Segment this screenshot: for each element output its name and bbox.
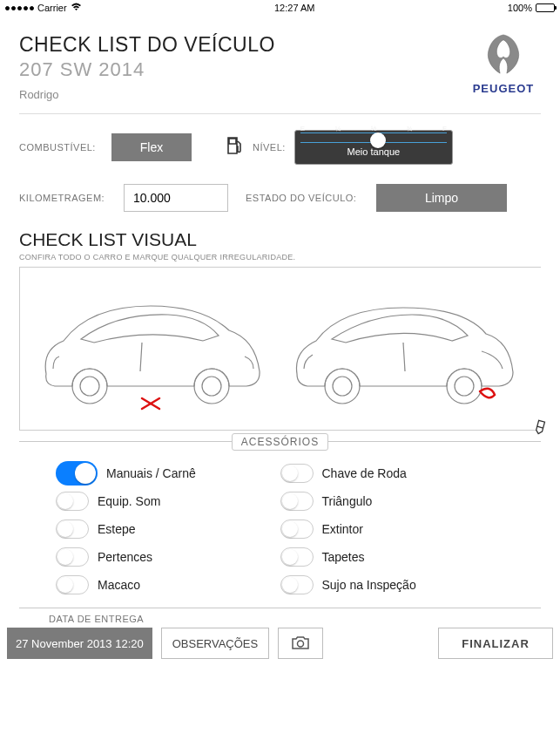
svg-point-6 [447,369,482,404]
signal-icon [5,6,34,10]
estado-button[interactable]: Limpo [376,184,507,212]
fuel-type-button[interactable]: Flex [111,133,192,161]
brand-logo: PEUGEOT [466,33,541,95]
divider [19,608,541,608]
battery-percent: 100% [508,3,532,13]
fuel-label: COMBUSTÍVEL: [19,142,103,153]
brand-name: PEUGEOT [466,82,541,95]
car-diagram-canvas[interactable] [19,267,541,431]
fuel-gauge[interactable]: E ¼ ½ ¾ F Meio tanque [294,130,453,165]
car-front-view [281,289,525,411]
toggle-pertences[interactable] [56,547,89,567]
status-time: 12:27 AM [274,3,314,13]
fuel-level-text: Meio tanque [300,146,447,157]
toggle-sujo[interactable] [280,575,314,594]
toggle-manuais[interactable] [56,461,98,486]
car-rear-view [29,289,273,411]
battery-icon [536,3,555,12]
acc-label: Extintor [322,522,363,536]
svg-point-7 [455,377,474,396]
svg-point-0 [72,369,107,404]
acc-label: Tapetes [322,550,365,564]
acc-label: Triângulo [322,494,373,508]
visual-title: CHECK LIST VISUAL [19,229,541,250]
vehicle-model: 207 SW 2014 [19,58,466,81]
svg-point-8 [298,641,304,647]
fuel-level-label: NÍVEL: [253,142,286,153]
toggle-macaco[interactable] [56,575,89,594]
svg-point-5 [333,377,352,396]
svg-point-1 [80,377,99,396]
acc-label: Sujo na Inspeção [322,578,416,592]
acc-label: Pertences [98,550,152,564]
acc-label: Manuais / Carnê [106,466,196,480]
toggle-extintor[interactable] [280,520,314,539]
status-bar: Carrier 12:27 AM 100% [0,0,560,16]
acc-label: Equip. Som [98,494,160,508]
carrier-label: Carrier [37,3,67,13]
svg-point-4 [325,369,360,404]
estado-label: ESTADO DO VEÍCULO: [246,193,368,203]
acc-label: Estepe [98,522,136,536]
wifi-icon [71,3,82,13]
eraser-icon[interactable] [528,412,554,440]
toggle-chave-roda[interactable] [280,464,314,483]
entrega-label: DATA DE ENTREGA [49,614,541,624]
acc-label: Macaco [98,578,140,592]
km-input[interactable] [124,184,228,212]
divider [19,113,541,114]
km-label: KILOMETRAGEM: [19,193,115,203]
accessories-title: ACESSÓRIOS [232,433,328,451]
toggle-tapetes[interactable] [280,547,314,567]
fuel-pump-icon [226,136,244,159]
toggle-triangulo[interactable] [280,492,314,511]
accessories-header: ACESSÓRIOS [19,441,541,459]
toggle-estepe[interactable] [56,520,89,539]
date-button[interactable]: 27 November 2013 12:20 [7,628,152,659]
svg-point-2 [194,369,229,404]
svg-point-3 [202,377,221,396]
toggle-som[interactable] [56,492,89,511]
observations-button[interactable]: OBSERVAÇÕES [161,628,270,659]
acc-label: Chave de Roda [322,466,407,480]
camera-button[interactable] [278,628,323,659]
page-title: CHECK LIST DO VEÍCULO [19,33,466,57]
camera-icon [291,636,310,650]
owner-name: Rodrigo [19,88,466,101]
visual-subtitle: CONFIRA TODO O CARRO E MARQUE QUALQUER I… [19,253,541,261]
finalize-button[interactable]: FINALIZAR [438,628,553,659]
